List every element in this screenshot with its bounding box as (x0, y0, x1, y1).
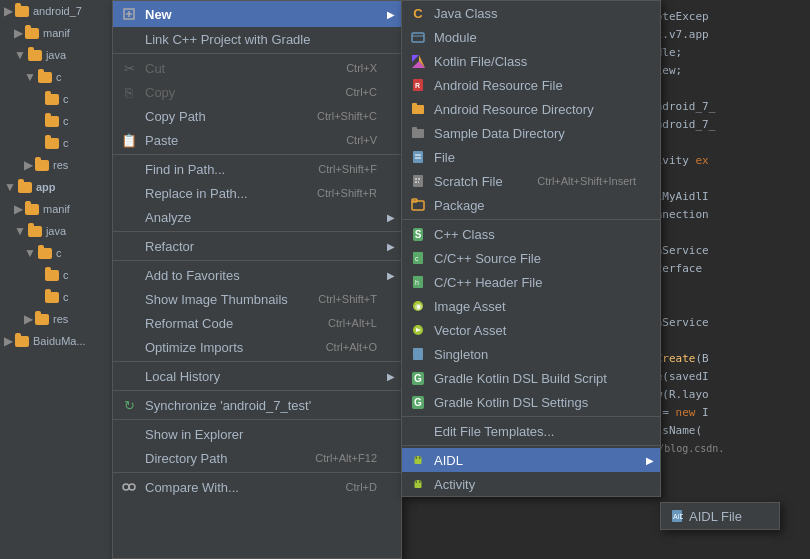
shortcut: Ctrl+Shift+F (318, 163, 377, 175)
menu-item-synchronize[interactable]: ↻ Synchronize 'android_7_test' (113, 393, 401, 417)
svg-rect-15 (412, 127, 417, 130)
tree-item-c4[interactable]: ▶ c (0, 132, 125, 154)
submenu-item-scratch-file[interactable]: Scratch File Ctrl+Alt+Shift+Insert (402, 169, 660, 193)
submenu-item-sample-dir[interactable]: Sample Data Directory (402, 121, 660, 145)
menu-label: Activity (434, 477, 475, 492)
submenu-aidl-item-file[interactable]: AID AIDL File (661, 503, 779, 529)
submenu-item-aidl[interactable]: AIDL ▶ (402, 448, 660, 472)
submenu-item-module[interactable]: Module (402, 25, 660, 49)
menu-item-show-explorer[interactable]: Show in Explorer (113, 422, 401, 446)
file-icon (410, 149, 426, 165)
context-menu: New ▶ Link C++ Project with Gradle ✂ Cut… (112, 0, 402, 559)
menu-label: Link C++ Project with Gradle (145, 32, 310, 47)
tree-item-manif1[interactable]: ▶ manif (0, 22, 125, 44)
sync-icon: ↻ (121, 397, 137, 413)
separator (113, 472, 401, 473)
submenu-item-package[interactable]: Package (402, 193, 660, 217)
tree-item-res1[interactable]: ▶ res (0, 154, 125, 176)
tree-item-android[interactable]: ▶ android_7 (0, 0, 125, 22)
submenu-new: C Java Class Module Kotlin File/Class R … (401, 0, 661, 497)
svg-rect-35 (416, 457, 418, 460)
menu-item-link-cpp[interactable]: Link C++ Project with Gradle (113, 27, 401, 51)
menu-item-add-favorites[interactable]: Add to Favorites ▶ (113, 263, 401, 287)
menu-item-analyze[interactable]: Analyze ▶ (113, 205, 401, 229)
separator (402, 219, 660, 220)
submenu-item-cpp-hdr[interactable]: h C/C++ Header File (402, 270, 660, 294)
tree-item-c6[interactable]: ▶ c (0, 264, 125, 286)
compare-icon (121, 479, 137, 495)
menu-label: C/C++ Header File (434, 275, 542, 290)
menu-label: C++ Class (434, 227, 495, 242)
tree-item-baiduma[interactable]: ▶ BaiduMa... (0, 330, 125, 352)
separator (402, 416, 660, 417)
tree-item-c3[interactable]: ▶ c (0, 110, 125, 132)
menu-label: File (434, 150, 455, 165)
submenu-item-vector-asset[interactable]: Vector Asset (402, 318, 660, 342)
shortcut: Ctrl+Alt+O (326, 341, 377, 353)
submenu-item-java-class[interactable]: C Java Class (402, 1, 660, 25)
shortcut: Ctrl+C (346, 86, 377, 98)
menu-item-find-in-path[interactable]: Find in Path... Ctrl+Shift+F (113, 157, 401, 181)
submenu-item-gradle-settings[interactable]: G Gradle Kotlin DSL Settings (402, 390, 660, 414)
separator (113, 419, 401, 420)
submenu-item-cpp-src[interactable]: c C/C++ Source File (402, 246, 660, 270)
menu-label: Android Resource Directory (434, 102, 594, 117)
submenu-item-image-asset[interactable]: ◉ Image Asset (402, 294, 660, 318)
submenu-item-android-res-file[interactable]: R Android Resource File (402, 73, 660, 97)
tree-label: java (46, 225, 66, 237)
cpp-class-icon: S (410, 226, 426, 242)
menu-item-compare[interactable]: Compare With... Ctrl+D (113, 475, 401, 499)
menu-item-optimize-imports[interactable]: Optimize Imports Ctrl+Alt+O (113, 335, 401, 359)
menu-label: Analyze (145, 210, 191, 225)
submenu-item-gradle-build[interactable]: G Gradle Kotlin DSL Build Script (402, 366, 660, 390)
tree-item-c7[interactable]: ▶ c (0, 286, 125, 308)
submenu-item-activity[interactable]: Activity (402, 472, 660, 496)
submenu-item-singleton[interactable]: Singleton (402, 342, 660, 366)
menu-item-new[interactable]: New ▶ (113, 1, 401, 27)
tree-item-manif2[interactable]: ▶ manif (0, 198, 125, 220)
menu-label: Gradle Kotlin DSL Build Script (434, 371, 607, 386)
tree-label: res (53, 313, 68, 325)
menu-item-directory-path[interactable]: Directory Path Ctrl+Alt+F12 (113, 446, 401, 470)
folder-icon (45, 94, 59, 105)
separator (113, 154, 401, 155)
svg-rect-32 (413, 348, 423, 360)
svg-text:R: R (415, 82, 420, 89)
menu-item-local-history[interactable]: Local History ▶ (113, 364, 401, 388)
menu-label: Paste (145, 133, 178, 148)
menu-item-replace-in-path[interactable]: Replace in Path... Ctrl+Shift+R (113, 181, 401, 205)
submenu-item-cpp-class[interactable]: S C++ Class (402, 222, 660, 246)
shortcut: Ctrl+X (346, 62, 377, 74)
menu-item-copy[interactable]: ⎘ Copy Ctrl+C (113, 80, 401, 104)
tree-item-c5[interactable]: ▼ c (0, 242, 125, 264)
submenu-item-file[interactable]: File (402, 145, 660, 169)
cpp-hdr-icon: h (410, 274, 426, 290)
tree-label: manif (43, 27, 70, 39)
menu-item-refactor[interactable]: Refactor ▶ (113, 234, 401, 258)
gradle-settings-icon: G (410, 394, 426, 410)
submenu-arrow: ▶ (387, 371, 395, 382)
tree-item-java2[interactable]: ▼ java (0, 220, 125, 242)
tree-item-app[interactable]: ▼ app (0, 176, 125, 198)
menu-label: Local History (145, 369, 220, 384)
menu-item-copy-path[interactable]: Copy Path Ctrl+Shift+C (113, 104, 401, 128)
tree-item-c2[interactable]: ▶ c (0, 88, 125, 110)
menu-item-paste[interactable]: 📋 Paste Ctrl+V (113, 128, 401, 152)
menu-item-show-thumbnails[interactable]: Show Image Thumbnails Ctrl+Shift+T (113, 287, 401, 311)
svg-rect-38 (415, 482, 422, 488)
menu-label: Image Asset (434, 299, 506, 314)
menu-label: Java Class (434, 6, 498, 21)
menu-label: Cut (145, 61, 165, 76)
file-tree: ▶ android_7 ▶ manif ▼ java ▼ c ▶ c ▶ c ▶… (0, 0, 125, 559)
menu-item-cut[interactable]: ✂ Cut Ctrl+X (113, 56, 401, 80)
menu-item-reformat[interactable]: Reformat Code Ctrl+Alt+L (113, 311, 401, 335)
submenu-item-edit-templates[interactable]: Edit File Templates... (402, 419, 660, 443)
tree-item-c1[interactable]: ▼ c (0, 66, 125, 88)
shortcut: Ctrl+Shift+R (317, 187, 377, 199)
submenu-item-kotlin[interactable]: Kotlin File/Class (402, 49, 660, 73)
android-res-dir-icon (410, 101, 426, 117)
tree-item-java1[interactable]: ▼ java (0, 44, 125, 66)
tree-item-res2[interactable]: ▶ res (0, 308, 125, 330)
menu-label: Vector Asset (434, 323, 506, 338)
submenu-item-android-res-dir[interactable]: Android Resource Directory (402, 97, 660, 121)
